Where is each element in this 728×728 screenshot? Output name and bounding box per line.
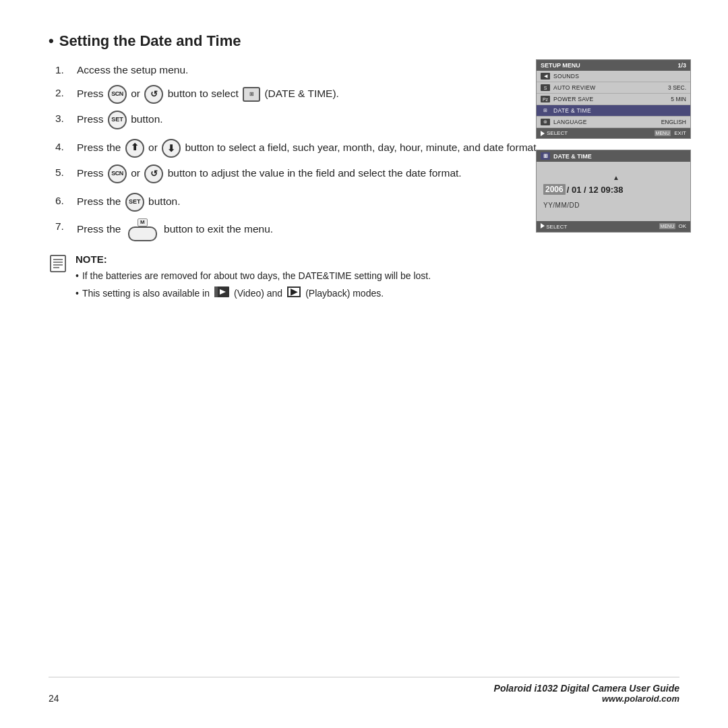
note-section: NOTE: If the batteries are removed for a…: [49, 253, 679, 304]
page: • Setting the Date and Time SETUP MENU 1…: [0, 0, 728, 728]
dt-body: ▲ 2006 / 01 / 12 09:38 YY/MM/DD: [537, 162, 690, 221]
page-footer: 24 Polaroid i1032 Digital Camera User Gu…: [49, 677, 679, 704]
dt-footer: SELECT MENU OK: [537, 221, 690, 232]
dt-select-arrow-icon: [541, 223, 545, 229]
page-title: Setting the Date and Time: [59, 32, 241, 50]
playback-mode-icon: ▶: [287, 286, 301, 297]
language-val: ENGLISH: [661, 119, 686, 125]
note-item-1: If the batteries are removed for about t…: [75, 269, 431, 283]
setup-menu-body: ◀ SOUNDS S AUTO REVIEW 3 SEC. Pz POWER S…: [537, 71, 690, 128]
step-3-num: 3.: [55, 111, 77, 127]
footer-select: SELECT: [541, 130, 568, 136]
menu-ok-icon: MENU: [659, 223, 676, 229]
dt-screen: ⊞ DATE & TIME ▲ 2006 / 01 / 12 09:38 YY/…: [536, 150, 691, 233]
menu-row-date-time: ⊞ DATE & TIME: [537, 105, 690, 117]
dt-format: YY/MM/DD: [543, 202, 684, 209]
m-button-icon: [128, 226, 157, 241]
m-label-icon: M: [138, 218, 148, 226]
dt-footer-ok: MENU OK: [659, 223, 686, 230]
power-save-icon: Pz: [541, 96, 550, 102]
set-button-2-icon: SET: [125, 193, 144, 212]
svg-rect-0: [51, 255, 65, 272]
note-content: NOTE: If the batteries are removed for a…: [75, 253, 431, 304]
step-7-num: 7.: [55, 218, 77, 235]
brand-line2: www.polaroid.com: [494, 694, 679, 704]
setup-menu-footer: SELECT MENU EXIT: [537, 128, 690, 138]
sounds-label: SOUNDS: [553, 73, 683, 80]
auto-review-val: 3 SEC.: [668, 84, 686, 91]
date-time-menu-icon: ⊞: [243, 87, 260, 102]
scn-button-2-icon: SCN: [108, 164, 127, 183]
up-button-icon: ⬆: [125, 139, 144, 158]
auto-review-icon: S: [541, 84, 550, 91]
dt-footer-select: SELECT: [541, 223, 567, 230]
menu-row-power-save: Pz POWER SAVE 5 MIN: [537, 94, 690, 105]
footer-brand: Polaroid i1032 Digital Camera User Guide…: [494, 683, 679, 704]
menu-row-auto-review: S AUTO REVIEW 3 SEC.: [537, 82, 690, 94]
dt-header-label: DATE & TIME: [553, 153, 592, 160]
language-icon: ⊚: [541, 119, 550, 125]
sounds-icon: ◀: [541, 73, 550, 80]
note-item-2: This setting is also available in (Video…: [75, 286, 431, 301]
dt-select-label: SELECT: [546, 224, 567, 230]
dt-value-row: 2006 / 01 / 12 09:38: [543, 184, 684, 195]
power-save-label: POWER SAVE: [553, 96, 667, 102]
date-time-icon: ⊞: [541, 107, 550, 114]
date-time-label: DATE & TIME: [553, 107, 683, 114]
note-title: NOTE:: [75, 253, 431, 265]
video-mode-icon: [214, 286, 229, 297]
note-icon: [49, 254, 67, 277]
down-button-icon: ⬇: [162, 139, 181, 158]
menu-row-sounds: ◀ SOUNDS: [537, 71, 690, 82]
scroll-button-2-icon: ↺: [144, 164, 163, 183]
setup-menu-header: SETUP MENU 1/3: [537, 60, 690, 71]
dt-ok-label: OK: [678, 223, 686, 229]
dt-header-icon: ⊞: [541, 152, 550, 160]
svg-rect-7: [214, 286, 218, 297]
screenshots: SETUP MENU 1/3 ◀ SOUNDS S AUTO REVIEW 3 …: [536, 59, 691, 233]
dt-year: 2006: [543, 184, 566, 195]
scn-button-icon: SCN: [108, 85, 127, 104]
dt-header: ⊞ DATE & TIME: [537, 150, 690, 162]
dt-datetime: / 01 / 12 09:38: [567, 185, 624, 195]
auto-review-label: AUTO REVIEW: [553, 84, 665, 91]
language-label: LANGUAGE: [553, 119, 658, 125]
footer-exit: MENU EXIT: [655, 130, 686, 136]
setup-menu-screen: SETUP MENU 1/3 ◀ SOUNDS S AUTO REVIEW 3 …: [536, 59, 691, 139]
step-6-num: 6.: [55, 193, 77, 209]
bullet: •: [49, 32, 54, 50]
set-button-icon: SET: [108, 111, 127, 129]
menu-row-language: ⊚ LANGUAGE ENGLISH: [537, 117, 690, 128]
setup-menu-page: 1/3: [677, 62, 686, 69]
power-save-val: 5 MIN: [671, 96, 686, 102]
step-4-num: 4.: [55, 139, 77, 155]
step-5-num: 5.: [55, 164, 77, 181]
brand-line1: Polaroid i1032 Digital Camera User Guide: [494, 683, 679, 694]
dt-triangle-icon: ▲: [543, 174, 684, 181]
select-arrow-icon: [541, 131, 545, 136]
section-title: • Setting the Date and Time: [49, 32, 679, 50]
scroll-button-icon: ↺: [144, 85, 163, 104]
exit-label: EXIT: [674, 130, 686, 136]
page-number: 24: [49, 693, 59, 704]
select-label: SELECT: [547, 130, 568, 136]
setup-menu-title: SETUP MENU: [541, 62, 580, 69]
step-2-num: 2.: [55, 85, 77, 101]
menu-exit-icon: MENU: [655, 130, 671, 136]
step-1-num: 1.: [55, 62, 77, 78]
